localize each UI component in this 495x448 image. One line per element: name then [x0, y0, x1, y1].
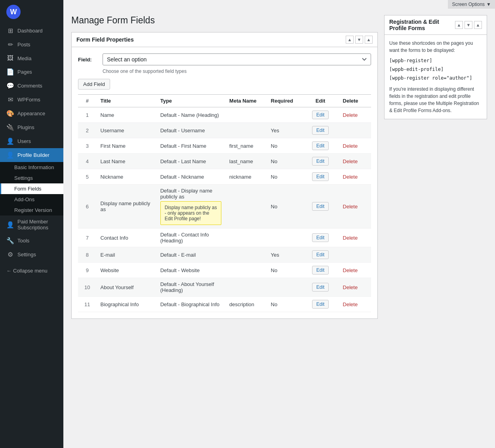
edit-button[interactable]: Edit: [312, 141, 329, 150]
sidebar-item-profile-builder[interactable]: 👤 Profile Builder: [0, 148, 63, 162]
delete-link[interactable]: Delete: [343, 284, 358, 290]
col-header-title: Title: [97, 95, 156, 107]
main-content: Screen Options ▼ Manage Form Fields Form…: [63, 0, 495, 448]
submenu-item-settings[interactable]: Settings: [0, 173, 63, 183]
sidebar-item-label: Media: [17, 55, 31, 61]
meta-box-controls: ▲ ▼ ▲: [346, 36, 373, 44]
col-header-num: #: [78, 95, 97, 107]
field-select-row: Field: Select an option: [78, 53, 371, 65]
meta-box-up-button[interactable]: ▲: [346, 36, 354, 44]
table-row: 8 E-mail Default - E-mail Yes Edit: [78, 247, 371, 263]
plugins-icon: 🔌: [6, 124, 14, 131]
sidebar-item-label: Dashboard: [17, 28, 43, 34]
submenu-item-form-fields[interactable]: Form Fields: [0, 183, 63, 194]
delete-link[interactable]: Delete: [343, 158, 358, 164]
reg-box-up-button[interactable]: ▲: [455, 21, 463, 29]
row-type: Default - Name (Heading): [156, 107, 225, 123]
edit-button[interactable]: Edit: [312, 202, 329, 211]
reg-box-toggle-button[interactable]: ▲: [474, 21, 482, 29]
row-delete-cell: [339, 247, 371, 263]
field-type-select[interactable]: Select an option: [103, 53, 371, 65]
row-meta: first_name: [225, 138, 267, 154]
submenu-item-basic-info[interactable]: Basic Information: [0, 162, 63, 173]
row-delete-cell: Delete: [339, 229, 371, 247]
screen-options-button[interactable]: Screen Options ▼: [448, 0, 495, 9]
fields-table: # Title Type Meta Name Required Edit Del…: [78, 94, 371, 312]
row-delete-cell: Delete: [339, 154, 371, 169]
edit-button[interactable]: Edit: [312, 172, 329, 181]
registration-box-header: Registration & Edit Profile Forms ▲ ▼ ▲: [385, 15, 487, 35]
edit-button[interactable]: Edit: [312, 126, 329, 135]
screen-options-label: Screen Options: [452, 2, 485, 7]
sidebar-item-media[interactable]: 🖼 Media: [0, 51, 63, 65]
sidebar-item-comments[interactable]: 💬 Comments: [0, 79, 63, 93]
registration-note: If you're interested in displaying diffe…: [389, 86, 482, 114]
table-row: 6 Display name publicly as Default - Dis…: [78, 185, 371, 229]
page-title: Manage Form Fields: [71, 15, 378, 26]
sidebar-item-settings[interactable]: ⚙ Settings: [0, 248, 63, 261]
sidebar-item-plugins[interactable]: 🔌 Plugins: [0, 120, 63, 134]
delete-link[interactable]: Delete: [343, 235, 358, 241]
submenu-item-register-version[interactable]: Register Version: [0, 205, 63, 215]
row-edit-cell: Edit: [302, 278, 339, 297]
sidebar-item-paid-member[interactable]: 👤 Paid Member Subscriptions: [0, 215, 63, 234]
row-delete-cell: Delete: [339, 138, 371, 154]
row-edit-cell: Edit: [302, 297, 339, 312]
row-edit-cell: Edit: [302, 247, 339, 263]
paid-member-icon: 👤: [6, 221, 14, 229]
row-title: Name: [97, 107, 156, 123]
col-header-required: Required: [267, 95, 302, 107]
reg-box-down-button[interactable]: ▼: [465, 21, 472, 29]
row-type: Default - E-mail: [156, 247, 225, 263]
shortcode-register: [wppb-register]: [389, 57, 482, 64]
delete-link[interactable]: Delete: [343, 143, 358, 149]
row-required: [267, 107, 302, 123]
dashboard-icon: ⊞: [6, 27, 14, 34]
row-meta: nickname: [225, 169, 267, 185]
users-icon: 👤: [6, 137, 14, 145]
table-row: 3 First Name Default - First Name first_…: [78, 138, 371, 154]
delete-link[interactable]: Delete: [343, 204, 358, 210]
row-delete-cell: Delete: [339, 185, 371, 229]
edit-button[interactable]: Edit: [312, 111, 329, 119]
sidebar-item-dashboard[interactable]: ⊞ Dashboard: [0, 24, 63, 38]
col-header-delete: Delete: [339, 95, 371, 107]
row-meta: [225, 278, 267, 297]
sidebar-item-label: Pages: [17, 69, 32, 75]
sidebar-item-wpforms[interactable]: ✉ WPForms: [0, 93, 63, 107]
row-title: Website: [97, 263, 156, 278]
row-edit-cell: Edit: [302, 107, 339, 123]
sidebar-item-posts[interactable]: ✏ Posts: [0, 38, 63, 51]
row-title: Last Name: [97, 154, 156, 169]
row-edit-cell: Edit: [302, 123, 339, 138]
meta-box-down-button[interactable]: ▼: [355, 36, 363, 44]
meta-box-toggle-button[interactable]: ▲: [365, 36, 373, 44]
delete-link[interactable]: Delete: [343, 267, 358, 273]
sidebar-item-users[interactable]: 👤 Users: [0, 134, 63, 148]
sidebar-item-appearance[interactable]: 🎨 Appearance: [0, 107, 63, 120]
edit-button[interactable]: Edit: [312, 157, 329, 166]
table-row: 1 Name Default - Name (Heading) Edit Del…: [78, 107, 371, 123]
fields-table-body: 1 Name Default - Name (Heading) Edit Del…: [78, 107, 371, 312]
row-num: 5: [78, 169, 97, 185]
fields-table-header: # Title Type Meta Name Required Edit Del…: [78, 95, 371, 107]
sidebar-item-tools[interactable]: 🔧 Tools: [0, 234, 63, 248]
row-num: 7: [78, 229, 97, 247]
submenu-item-add-ons[interactable]: Add-Ons: [0, 194, 63, 205]
row-delete-cell: Delete: [339, 107, 371, 123]
col-header-meta: Meta Name: [225, 95, 267, 107]
edit-button[interactable]: Edit: [312, 266, 329, 275]
sidebar-item-pages[interactable]: 📄 Pages: [0, 65, 63, 79]
sidebar-item-label: Posts: [17, 42, 30, 48]
delete-link[interactable]: Delete: [343, 112, 358, 118]
collapse-menu[interactable]: ← Collapse menu: [0, 265, 63, 277]
edit-button[interactable]: Edit: [312, 283, 329, 292]
table-row: 5 Nickname Default - Nickname nickname N…: [78, 169, 371, 185]
edit-button[interactable]: Edit: [312, 233, 329, 242]
delete-link[interactable]: Delete: [343, 301, 358, 307]
add-field-button[interactable]: Add Field: [78, 79, 110, 90]
edit-button[interactable]: Edit: [312, 300, 329, 309]
delete-link[interactable]: Delete: [343, 174, 358, 180]
edit-button[interactable]: Edit: [312, 250, 329, 259]
sidebar-item-label: Plugins: [17, 124, 34, 130]
